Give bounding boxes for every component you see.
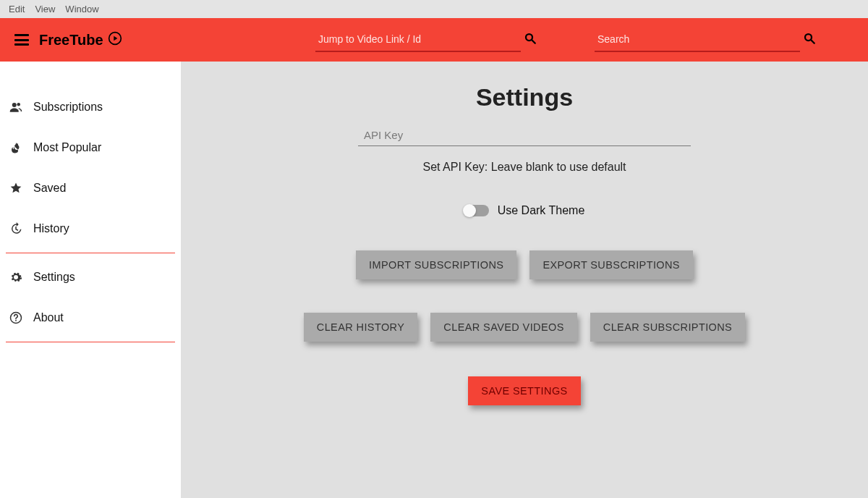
export-subscriptions-button[interactable]: EXPORT SUBSCRIPTIONS (529, 250, 693, 279)
jump-input-wrap (315, 28, 521, 52)
sidebar: Subscriptions Most Popular Saved History (0, 62, 181, 498)
sidebar-divider (6, 342, 175, 342)
svg-line-2 (532, 40, 535, 43)
sidebar-item-saved[interactable]: Saved (0, 168, 181, 208)
sidebar-item-label: Settings (33, 271, 75, 284)
clear-saved-videos-button[interactable]: CLEAR SAVED VIDEOS (430, 313, 576, 342)
sidebar-item-settings[interactable]: Settings (0, 257, 181, 297)
menu-edit[interactable]: Edit (4, 4, 30, 14)
fire-icon (9, 140, 23, 155)
sidebar-item-label: Subscriptions (33, 101, 103, 114)
api-key-input[interactable] (358, 124, 691, 146)
sidebar-item-label: Most Popular (33, 141, 101, 154)
page-title: Settings (195, 83, 854, 111)
play-circle-icon (108, 31, 122, 49)
clear-subscriptions-button[interactable]: CLEAR SUBSCRIPTIONS (590, 313, 745, 342)
hamburger-icon[interactable] (14, 34, 29, 46)
sidebar-item-history[interactable]: History (0, 208, 181, 249)
sidebar-item-about[interactable]: About (0, 297, 181, 338)
sidebar-item-label: Saved (33, 182, 66, 195)
app-brand: FreeTube (39, 31, 122, 49)
dark-theme-label: Use Dark Theme (498, 204, 585, 217)
api-key-hint: Set API Key: Leave blank to use default (195, 161, 854, 174)
clear-history-button[interactable]: CLEAR HISTORY (304, 313, 418, 342)
import-subscriptions-button[interactable]: IMPORT SUBSCRIPTIONS (356, 250, 516, 279)
sidebar-item-label: About (33, 311, 64, 324)
gear-icon (9, 270, 23, 284)
svg-point-8 (15, 320, 17, 321)
menu-view[interactable]: View (30, 4, 60, 14)
dark-theme-toggle[interactable] (464, 205, 489, 216)
sidebar-item-subscriptions[interactable]: Subscriptions (0, 87, 181, 127)
star-icon (9, 181, 23, 195)
users-icon (9, 100, 23, 114)
save-settings-button[interactable]: SAVE SETTINGS (468, 376, 580, 405)
sidebar-item-most-popular[interactable]: Most Popular (0, 127, 181, 168)
menu-window[interactable]: Window (60, 4, 103, 14)
sidebar-divider (6, 253, 175, 253)
jump-search-icon[interactable] (524, 32, 537, 48)
search-icon[interactable] (803, 32, 816, 48)
window-menubar: Edit View Window (0, 0, 868, 18)
question-icon (9, 311, 23, 325)
toggle-knob (463, 204, 476, 217)
svg-point-5 (12, 103, 17, 107)
jump-to-video-input[interactable] (315, 28, 521, 52)
svg-point-6 (17, 103, 21, 106)
search-input-wrap (595, 28, 800, 52)
settings-panel: Settings Set API Key: Leave blank to use… (181, 62, 868, 498)
search-input[interactable] (595, 28, 800, 52)
svg-line-4 (811, 40, 814, 43)
history-icon (9, 221, 23, 236)
app-brand-text: FreeTube (39, 32, 103, 48)
app-header: FreeTube (0, 18, 868, 62)
sidebar-item-label: History (33, 222, 69, 235)
